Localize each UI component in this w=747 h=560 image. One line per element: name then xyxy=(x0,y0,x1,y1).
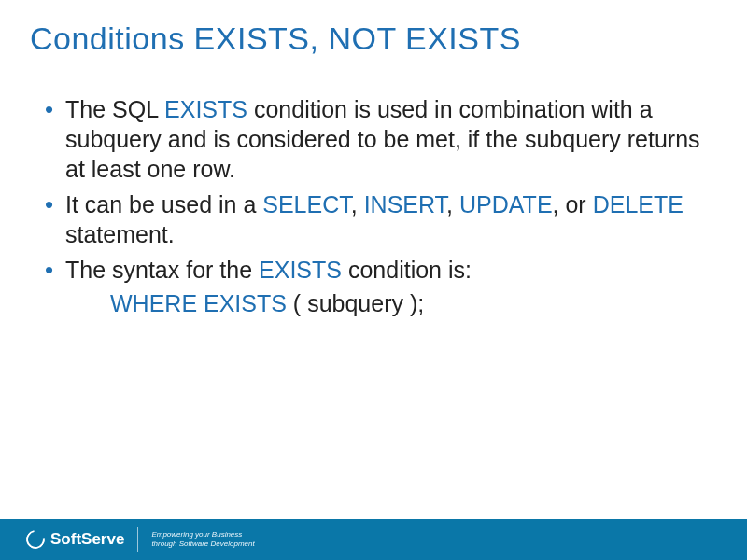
bullet-item-1: The SQL EXISTS condition is used in comb… xyxy=(45,94,702,184)
bullet-item-3: The syntax for the EXISTS condition is: xyxy=(45,255,702,285)
text: , xyxy=(351,191,364,217)
brand-logo: SoftServe xyxy=(26,530,124,549)
text: The syntax for the xyxy=(65,257,259,283)
text: , xyxy=(446,191,459,217)
tagline-line-2: through Software Development xyxy=(151,539,254,549)
slide: Conditions EXISTS, NOT EXISTS The SQL EX… xyxy=(0,0,747,560)
keyword-exists: EXISTS xyxy=(259,257,342,283)
syntax-rest: ( subquery ); xyxy=(287,290,424,316)
keyword-delete: DELETE xyxy=(593,191,684,217)
keyword-exists: EXISTS xyxy=(164,96,247,122)
slide-title: Conditions EXISTS, NOT EXISTS xyxy=(0,0,747,57)
bullet-list: The SQL EXISTS condition is used in comb… xyxy=(45,94,702,285)
text: It can be used in a xyxy=(65,191,262,217)
slide-content: The SQL EXISTS condition is used in comb… xyxy=(0,57,747,317)
keyword-where-exists: WHERE EXISTS xyxy=(110,290,287,316)
text: statement. xyxy=(65,221,175,247)
tagline-line-1: Empowering your Business xyxy=(151,530,254,539)
text: , or xyxy=(553,191,593,217)
keyword-update: UPDATE xyxy=(459,191,553,217)
brand-tagline: Empowering your Business through Softwar… xyxy=(151,530,254,548)
bullet-item-2: It can be used in a SELECT, INSERT, UPDA… xyxy=(45,189,702,249)
text: The SQL xyxy=(65,96,164,122)
keyword-select: SELECT xyxy=(262,191,350,217)
divider xyxy=(137,527,138,552)
syntax-line: WHERE EXISTS ( subquery ); xyxy=(45,290,702,317)
keyword-insert: INSERT xyxy=(364,191,446,217)
text: condition is: xyxy=(342,257,472,283)
swirl-icon xyxy=(22,526,49,553)
brand-name: SoftServe xyxy=(50,530,124,549)
footer-bar: SoftServe Empowering your Business throu… xyxy=(0,519,747,560)
